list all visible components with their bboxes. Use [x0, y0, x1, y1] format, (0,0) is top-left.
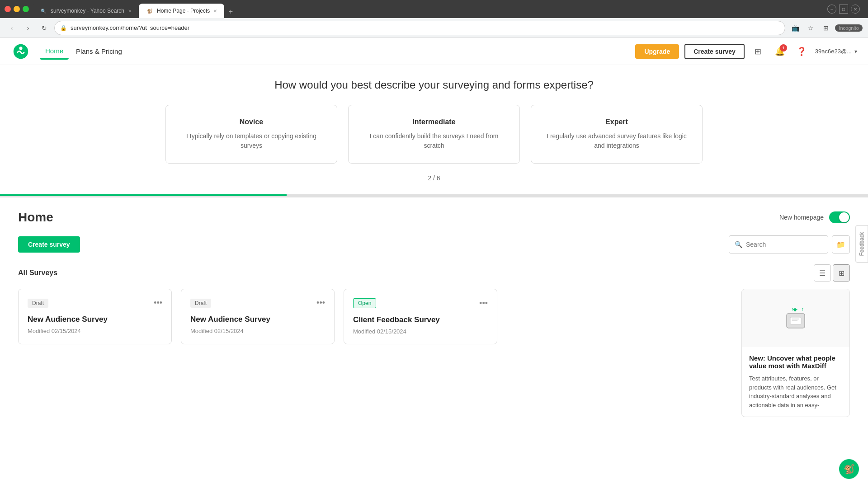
home-toolbar: Create survey 🔍 📁: [18, 235, 850, 253]
star-icon[interactable]: ☆: [804, 22, 817, 34]
grid-view-btn[interactable]: ⊞: [833, 264, 850, 282]
back-btn[interactable]: ‹: [5, 22, 18, 34]
notifications-btn[interactable]: 🔔 1: [772, 43, 788, 60]
home-title: Home: [18, 210, 53, 225]
side-panel-image: ✦ ↑ ↑: [742, 289, 849, 347]
view-toggle: ☰ ⊞: [814, 264, 850, 282]
nav-right: Upgrade Create survey ⊞ 🔔 1 ❓ 39ac6e23@.…: [635, 43, 857, 60]
expertise-novice-title: Novice: [177, 118, 326, 126]
card-3-badge: Open: [353, 298, 376, 308]
list-view-btn[interactable]: ☰: [814, 264, 831, 282]
address-text: surveymonkey.com/home/?ut_source=header: [71, 24, 779, 31]
expertise-intermediate-desc: I can confidently build the surveys I ne…: [359, 131, 509, 150]
expertise-card-intermediate[interactable]: Intermediate I can confidently build the…: [348, 105, 520, 164]
search-box[interactable]: 🔍: [729, 235, 828, 253]
upgrade-button[interactable]: Upgrade: [635, 44, 679, 59]
sm-tab-close[interactable]: ✕: [213, 9, 217, 14]
expertise-overlay: How would you best describe your surveyi…: [0, 65, 868, 197]
card-1-title: New Audience Survey: [28, 315, 162, 324]
search-input[interactable]: [746, 241, 825, 248]
toggle-knob: [839, 212, 849, 222]
card-1-badge: Draft: [28, 299, 48, 308]
yahoo-tab-title: surveymonkey - Yahoo Search: [51, 8, 124, 14]
card-2-header: Draft •••: [190, 298, 325, 308]
new-homepage-toggle[interactable]: [829, 211, 850, 223]
minimize-window-btn[interactable]: [14, 6, 20, 12]
main-content: Draft ••• New Audience Survey Modified 0…: [18, 289, 850, 417]
progress-bar-container: [0, 194, 868, 196]
expertise-card-novice[interactable]: Novice I typically rely on templates or …: [165, 105, 337, 164]
expertise-expert-title: Expert: [542, 118, 691, 126]
search-icon: 🔍: [735, 241, 742, 248]
grid-icon: ⊞: [839, 269, 844, 277]
cast-icon[interactable]: 📺: [789, 22, 802, 34]
card-3-title: Client Feedback Survey: [353, 315, 488, 324]
side-panel-desc: Test attributes, features, or products w…: [749, 374, 842, 409]
user-menu[interactable]: 39ac6e23@... ▾: [815, 48, 857, 55]
refresh-btn[interactable]: ↻: [38, 22, 51, 34]
home-actions: New homepage: [779, 211, 850, 223]
card-3-modified: Modified 02/15/2024: [353, 328, 488, 335]
surveys-area: Draft ••• New Audience Survey Modified 0…: [18, 289, 732, 417]
feedback-button[interactable]: Feedback: [856, 225, 868, 263]
yahoo-favicon: 🔍: [40, 7, 47, 14]
browser-toolbar: ‹ › ↻ 🔒 surveymonkey.com/home/?ut_source…: [0, 18, 868, 38]
survey-card-3[interactable]: Open ••• Client Feedback Survey Modified…: [344, 289, 497, 344]
card-1-menu[interactable]: •••: [154, 298, 162, 308]
svg-text:↑: ↑: [791, 306, 794, 312]
expertise-content: How would you best describe your surveyi…: [0, 65, 868, 194]
expertise-cards: Novice I typically rely on templates or …: [36, 105, 832, 164]
expertise-card-expert[interactable]: Expert I regularly use advanced survey f…: [531, 105, 703, 164]
yahoo-tab-close[interactable]: ✕: [128, 9, 132, 14]
window-controls: [5, 6, 29, 12]
forward-btn[interactable]: ›: [22, 22, 34, 34]
expertise-novice-desc: I typically rely on templates or copying…: [177, 131, 326, 150]
progress-bar-fill: [0, 194, 287, 196]
card-2-menu[interactable]: •••: [316, 298, 325, 308]
browser-tab-surveymonkey[interactable]: 🐒 Home Page - Projects ✕: [139, 4, 224, 18]
browser-tabs: 🔍 surveymonkey - Yahoo Search ✕ 🐒 Home P…: [33, 0, 426, 18]
home-header: Home New homepage: [18, 210, 850, 225]
logo[interactable]: [11, 42, 31, 61]
incognito-badge: Incognito: [835, 24, 863, 32]
all-surveys-header: All Surveys ☰ ⊞: [18, 264, 850, 282]
card-2-modified: Modified 02/15/2024: [190, 328, 325, 334]
address-bar[interactable]: 🔒 surveymonkey.com/home/?ut_source=heade…: [54, 21, 785, 35]
close-window-btn[interactable]: [5, 6, 11, 12]
card-3-menu[interactable]: •••: [479, 299, 488, 308]
svg-text:↑: ↑: [801, 306, 804, 312]
restore-btn[interactable]: □: [839, 5, 848, 14]
side-panel-title: New: Uncover what people value most with…: [749, 354, 842, 370]
card-1-modified: Modified 02/15/2024: [28, 328, 162, 334]
survey-card-1[interactable]: Draft ••• New Audience Survey Modified 0…: [18, 289, 172, 344]
create-survey-button[interactable]: Create survey: [18, 236, 80, 253]
create-survey-nav-button[interactable]: Create survey: [684, 44, 745, 59]
user-arrow: ▾: [854, 48, 857, 55]
help-btn[interactable]: ❓: [793, 43, 810, 60]
nav-home[interactable]: Home: [40, 43, 69, 60]
survey-cards: Draft ••• New Audience Survey Modified 0…: [18, 289, 732, 344]
survey-card-2[interactable]: Draft ••• New Audience Survey Modified 0…: [181, 289, 335, 344]
side-panel-body: New: Uncover what people value most with…: [742, 347, 849, 417]
new-tab-btn[interactable]: +: [224, 5, 237, 18]
maximize-window-btn[interactable]: [23, 6, 29, 12]
expertise-intermediate-title: Intermediate: [359, 118, 509, 126]
card-2-title: New Audience Survey: [190, 315, 325, 324]
expertise-progress: 2 / 6: [36, 174, 832, 182]
expertise-title: How would you best describe your surveyi…: [36, 79, 832, 91]
home-section: Home New homepage Create survey 🔍: [0, 197, 868, 430]
card-3-header: Open •••: [353, 298, 488, 308]
browser-tab-yahoo[interactable]: 🔍 surveymonkey - Yahoo Search ✕: [33, 4, 139, 18]
sidebar-icon[interactable]: ⊞: [820, 22, 832, 34]
nav-plans[interactable]: Plans & Pricing: [71, 44, 127, 59]
list-icon: ☰: [819, 269, 826, 277]
card-1-header: Draft •••: [28, 298, 162, 308]
minimize-btn[interactable]: −: [827, 5, 836, 14]
apps-icon-btn[interactable]: ⊞: [750, 43, 766, 60]
folder-button[interactable]: 📁: [832, 235, 850, 253]
new-homepage-label: New homepage: [779, 214, 824, 221]
app-content: Home Plans & Pricing Upgrade Create surv…: [0, 38, 868, 430]
folder-icon: 📁: [836, 240, 845, 249]
help-icon: ❓: [797, 47, 807, 56]
close-btn[interactable]: ✕: [851, 5, 860, 14]
